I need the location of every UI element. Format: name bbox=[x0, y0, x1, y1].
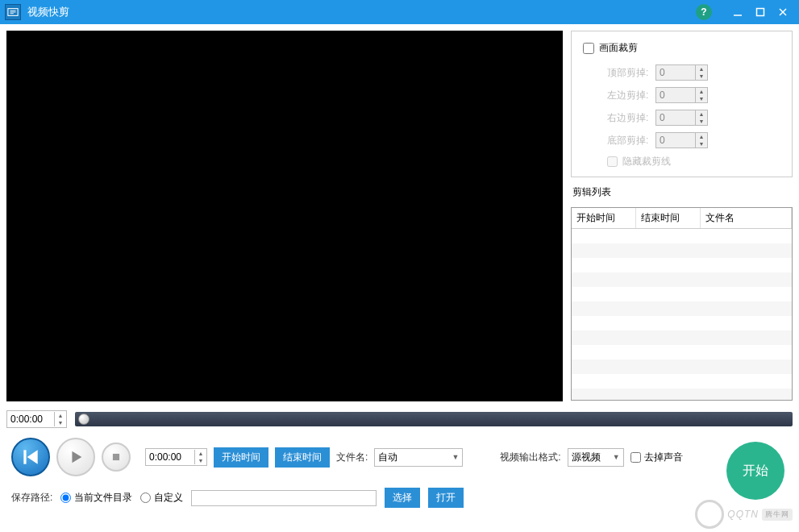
remove-audio-checkbox[interactable] bbox=[630, 452, 641, 463]
filename-select[interactable]: 自动 ▼ bbox=[374, 448, 463, 467]
svg-marker-5 bbox=[27, 450, 38, 463]
save-path-input[interactable] bbox=[191, 490, 377, 506]
crop-top-label: 顶部剪掉: bbox=[607, 66, 655, 80]
titlebar: 视频快剪 ? bbox=[0, 0, 799, 24]
open-folder-button[interactable]: 打开 bbox=[428, 488, 464, 508]
output-format-select[interactable]: 源视频 ▼ bbox=[568, 448, 624, 467]
help-icon[interactable]: ? bbox=[696, 4, 712, 20]
clip-list-table[interactable]: 开始时间 结束时间 文件名 bbox=[571, 207, 793, 401]
hide-crop-lines-checkbox[interactable] bbox=[607, 156, 618, 167]
output-format-value: 源视频 bbox=[572, 451, 601, 464]
app-title: 视频快剪 bbox=[27, 5, 69, 19]
output-format-label: 视频输出格式: bbox=[500, 451, 560, 464]
svg-rect-8 bbox=[113, 454, 119, 460]
svg-rect-6 bbox=[23, 450, 26, 463]
crop-left-input[interactable] bbox=[656, 88, 695, 102]
chevron-down-icon: ▼ bbox=[452, 453, 459, 461]
set-start-time-button[interactable]: 开始时间 bbox=[214, 447, 268, 468]
save-path-custom-label: 自定义 bbox=[154, 491, 183, 505]
svg-rect-2 bbox=[757, 9, 764, 16]
crop-top-input[interactable] bbox=[656, 65, 695, 80]
start-button[interactable]: 开始 bbox=[726, 442, 784, 500]
current-time-input[interactable] bbox=[7, 411, 54, 427]
chevron-down-icon[interactable]: ▼ bbox=[696, 95, 707, 102]
save-path-custom-radio[interactable] bbox=[140, 493, 151, 503]
chevron-up-icon[interactable]: ▲ bbox=[696, 133, 707, 140]
col-end-time[interactable]: 结束时间 bbox=[636, 208, 701, 228]
crop-panel-label: 画面裁剪 bbox=[599, 41, 638, 55]
clip-list-header: 开始时间 结束时间 文件名 bbox=[572, 208, 792, 229]
crop-top-spinner[interactable]: ▲▼ bbox=[655, 64, 708, 81]
set-end-time-button[interactable]: 结束时间 bbox=[275, 447, 330, 468]
current-time-field[interactable]: ▲▼ bbox=[6, 410, 67, 428]
filename-label: 文件名: bbox=[336, 451, 368, 464]
chevron-down-icon: ▼ bbox=[613, 453, 620, 461]
clip-list-rows[interactable] bbox=[572, 229, 792, 400]
timeline-slider[interactable] bbox=[75, 412, 793, 426]
crop-enable-checkbox[interactable] bbox=[583, 43, 594, 54]
chevron-up-icon[interactable]: ▲ bbox=[696, 88, 707, 95]
chevron-down-icon[interactable]: ▼ bbox=[696, 140, 707, 148]
save-path-current-radio[interactable] bbox=[60, 493, 71, 503]
close-button[interactable] bbox=[772, 1, 794, 23]
crop-panel: 画面裁剪 顶部剪掉: ▲▼ 左边剪掉: ▲▼ 右边剪掉: bbox=[571, 31, 793, 177]
remove-audio-label: 去掉声音 bbox=[644, 451, 683, 464]
col-start-time[interactable]: 开始时间 bbox=[572, 208, 636, 228]
maximize-button[interactable] bbox=[749, 1, 772, 23]
timeline-thumb[interactable] bbox=[78, 414, 89, 425]
chevron-up-icon[interactable]: ▲ bbox=[696, 65, 707, 73]
save-path-label: 保存路径: bbox=[11, 491, 52, 505]
svg-marker-7 bbox=[72, 451, 81, 463]
video-preview[interactable] bbox=[6, 31, 563, 401]
minimize-button[interactable] bbox=[726, 1, 749, 23]
crop-right-label: 右边剪掉: bbox=[607, 111, 655, 125]
crop-left-label: 左边剪掉: bbox=[607, 89, 655, 102]
crop-bottom-spinner[interactable]: ▲▼ bbox=[655, 132, 708, 148]
crop-bottom-label: 底部剪掉: bbox=[607, 134, 655, 148]
col-filename[interactable]: 文件名 bbox=[701, 208, 792, 228]
crop-right-input[interactable] bbox=[656, 110, 695, 125]
save-path-current-label: 当前文件目录 bbox=[74, 491, 132, 505]
chevron-up-icon[interactable]: ▲ bbox=[696, 110, 707, 118]
play-button[interactable] bbox=[56, 438, 95, 476]
chevron-up-icon[interactable]: ▲ bbox=[195, 450, 206, 457]
chevron-down-icon[interactable]: ▼ bbox=[696, 73, 707, 80]
chevron-down-icon[interactable]: ▼ bbox=[696, 118, 707, 125]
chevron-down-icon[interactable]: ▼ bbox=[195, 457, 206, 464]
chevron-up-icon[interactable]: ▲ bbox=[55, 412, 66, 419]
crop-right-spinner[interactable]: ▲▼ bbox=[655, 110, 708, 126]
clip-time-field[interactable]: ▲▼ bbox=[145, 448, 207, 466]
clip-list-title: 剪辑列表 bbox=[571, 185, 793, 199]
rewind-button[interactable] bbox=[11, 438, 50, 476]
crop-left-spinner[interactable]: ▲▼ bbox=[655, 87, 708, 103]
filename-value: 自动 bbox=[378, 451, 397, 464]
browse-button[interactable]: 选择 bbox=[385, 488, 420, 508]
chevron-down-icon[interactable]: ▼ bbox=[55, 419, 66, 426]
stop-button[interactable] bbox=[102, 443, 131, 472]
clip-time-input[interactable] bbox=[146, 449, 194, 465]
hide-crop-lines-label: 隐藏裁剪线 bbox=[622, 155, 671, 168]
app-icon bbox=[5, 4, 21, 20]
crop-bottom-input[interactable] bbox=[656, 133, 695, 148]
